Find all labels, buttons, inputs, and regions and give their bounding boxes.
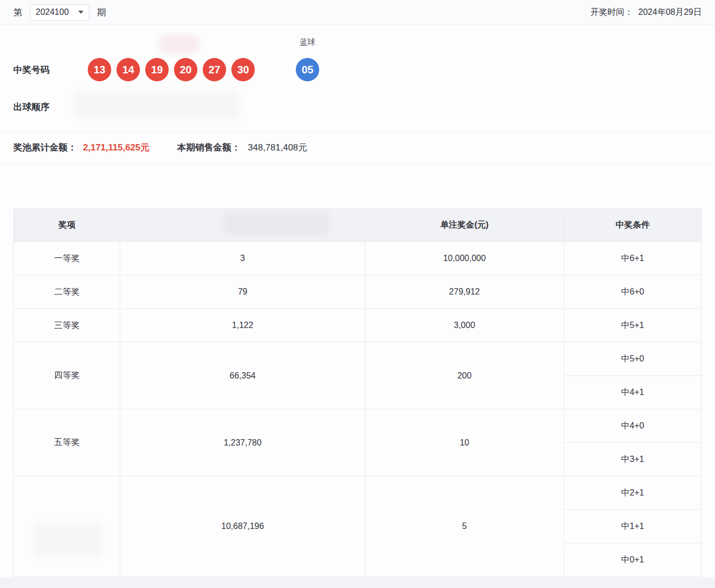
header-prize-level: 奖项	[14, 209, 120, 242]
red-ball: 20	[174, 58, 197, 81]
winning-numbers-label: 中奖号码	[13, 64, 62, 76]
prize-level-cell: 二等奖	[14, 275, 120, 309]
table-row: 五等奖1,237,78010中4+0	[14, 409, 702, 443]
jackpot-label: 奖池累计金额：	[13, 141, 77, 154]
draw-time-value: 2024年08月29日	[638, 7, 702, 18]
sales-value: 348,781,408元	[248, 141, 307, 154]
prize-amount-cell: 3,000	[365, 309, 564, 342]
table-row: 一等奖310,000,000中6+1	[14, 242, 702, 275]
draw-time-group: 开奖时间： 2024年08月29日	[591, 7, 702, 18]
prize-level-cell: 四等奖	[14, 342, 120, 409]
win-condition-cell: 中1+1	[564, 510, 702, 543]
top-bar: 第 2024100 期 开奖时间： 2024年08月29日	[0, 0, 715, 25]
period-select[interactable]: 2024100	[30, 4, 89, 21]
blue-ball-label: 蓝球	[300, 37, 315, 47]
winning-numbers-row: 中奖号码 131419202730 蓝球 05	[13, 58, 702, 81]
red-ball: 13	[88, 58, 111, 81]
header-prize-amount: 单注奖金(元)	[365, 209, 564, 242]
footer-strip	[0, 577, 715, 588]
winner-count-cell: 79	[120, 275, 365, 309]
blue-ball: 05	[296, 58, 319, 81]
ball-order-row: 出球顺序	[13, 95, 702, 119]
winner-count-cell: 1,122	[120, 309, 365, 342]
lottery-result-page: 第 2024100 期 开奖时间： 2024年08月29日 中奖号码 13141…	[0, 0, 715, 588]
draw-time-label: 开奖时间：	[591, 7, 633, 18]
period-prefix-label: 第	[13, 6, 22, 19]
table-row: 四等奖66,354200中5+0	[14, 342, 702, 376]
win-condition-cell: 中6+0	[564, 275, 702, 309]
red-ball: 14	[117, 58, 140, 81]
win-condition-cell: 中3+1	[564, 443, 702, 476]
win-condition-cell: 中5+0	[564, 342, 702, 376]
prize-amount-cell: 10	[365, 409, 564, 476]
prize-table: 奖项 单注奖金(元) 中奖条件 一等奖310,000,000中6+1二等奖792…	[13, 208, 702, 577]
win-condition-cell: 中4+1	[564, 376, 702, 409]
winner-count-cell: 1,237,780	[120, 409, 365, 476]
header-winner-count	[120, 209, 365, 242]
winner-count-cell: 3	[120, 242, 365, 275]
period-suffix-label: 期	[97, 6, 106, 19]
prize-amount-cell: 279,912	[365, 275, 564, 309]
table-header-row: 奖项 单注奖金(元) 中奖条件	[14, 209, 702, 242]
winner-count-cell: 66,354	[120, 342, 365, 409]
red-ball: 30	[231, 58, 255, 81]
table-row: 二等奖79279,912中6+0	[14, 275, 702, 309]
red-ball: 19	[145, 58, 169, 81]
prize-level-cell: 三等奖	[14, 309, 120, 342]
table-row: 三等奖1,1223,000中5+1	[14, 309, 702, 342]
header-win-condition: 中奖条件	[564, 209, 702, 242]
win-condition-cell: 中0+1	[564, 543, 702, 577]
win-condition-cell: 中6+1	[564, 242, 702, 275]
red-balls-list: 131419202730	[88, 58, 255, 81]
win-condition-cell: 中2+1	[564, 476, 702, 510]
prize-amount-cell: 10,000,000	[365, 242, 564, 275]
win-condition-cell: 中5+1	[564, 309, 702, 342]
winning-numbers-section: 中奖号码 131419202730 蓝球 05 出球顺序	[0, 25, 715, 131]
sales-label: 本期销售金额：	[177, 141, 240, 154]
winner-count-cell: 10,687,196	[120, 476, 365, 577]
prize-table-wrap: 奖项 单注奖金(元) 中奖条件 一等奖310,000,000中6+1二等奖792…	[0, 164, 715, 577]
red-ball: 27	[203, 58, 226, 81]
pool-band: 奖池累计金额： 2,171,115,625元 本期销售金额： 348,781,4…	[0, 131, 715, 164]
chevron-down-icon	[78, 11, 84, 14]
prize-level-cell: 一等奖	[14, 242, 120, 275]
prize-level-cell	[14, 476, 120, 577]
blue-balls-list: 05	[296, 58, 319, 81]
table-row: 10,687,1965中2+1	[14, 476, 702, 510]
blue-ball-group: 蓝球 05	[296, 58, 319, 81]
period-selector-group: 第 2024100 期	[13, 4, 106, 21]
prize-amount-cell: 200	[365, 342, 564, 409]
prize-level-cell: 五等奖	[14, 409, 120, 476]
ball-order-label: 出球顺序	[13, 101, 62, 113]
jackpot-value: 2,171,115,625元	[83, 141, 149, 154]
prize-amount-cell: 5	[365, 476, 564, 577]
period-select-value: 2024100	[36, 7, 69, 17]
win-condition-cell: 中4+0	[564, 409, 702, 443]
